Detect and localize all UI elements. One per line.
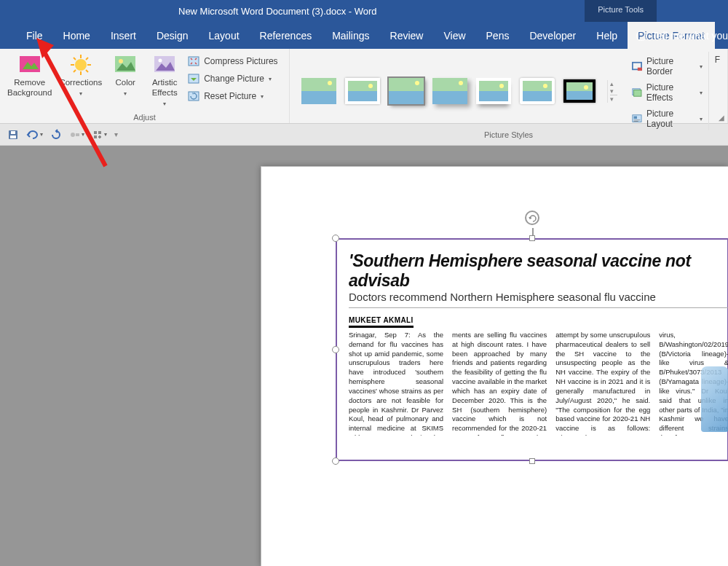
color-icon <box>114 53 137 76</box>
artistic-effects-icon <box>153 53 176 76</box>
picture-effects-button[interactable]: Picture Effects ▾ <box>632 81 703 104</box>
selected-picture[interactable]: 'Southern Hemisphere seasonal vaccine no… <box>336 238 728 461</box>
svg-point-13 <box>159 59 162 63</box>
svg-rect-30 <box>98 131 101 134</box>
style-thumb-7[interactable] <box>563 79 596 103</box>
lightbulb-icon <box>636 31 646 41</box>
corrections-button[interactable]: Corrections▾ <box>56 52 105 113</box>
svg-rect-27 <box>11 131 15 134</box>
style-thumb-6[interactable] <box>520 78 555 104</box>
resize-handle-ml[interactable] <box>332 346 339 353</box>
document-title: New Microsoft Word Document (3).docx - W… <box>178 6 377 17</box>
article-col-1: Srinagar, Sep 7: As the demand for flu v… <box>349 331 443 436</box>
menu-file[interactable]: File <box>16 22 53 49</box>
picture-border-icon <box>632 60 642 72</box>
menu-layout[interactable]: Layout <box>199 22 250 49</box>
newspaper-clipping: 'Southern Hemisphere seasonal vaccine no… <box>349 251 728 436</box>
menu-review[interactable]: Review <box>380 22 434 49</box>
svg-line-9 <box>74 70 76 72</box>
svg-rect-29 <box>94 131 97 134</box>
picture-border-button[interactable]: Picture Border ▾ <box>632 55 703 78</box>
svg-rect-20 <box>634 90 641 97</box>
menu-view[interactable]: View <box>433 22 475 49</box>
style-thumb-1[interactable] <box>301 78 336 104</box>
save-button[interactable] <box>7 129 19 141</box>
picture-styles-gallery: ▴▾▾ <box>294 52 625 130</box>
picture-layout-button[interactable]: Picture Layout ▾ <box>632 107 703 130</box>
article-col-2: ments are selling flu vaccines at high d… <box>452 331 547 436</box>
svg-rect-26 <box>10 135 16 138</box>
picture-layout-icon <box>632 113 642 125</box>
redo-button[interactable] <box>50 129 62 141</box>
svg-line-8 <box>86 58 88 60</box>
article-subhead: Doctors recommend Northern Hemisphere se… <box>349 291 728 303</box>
compress-icon <box>188 55 199 67</box>
change-picture-icon <box>188 73 199 84</box>
resize-handle-tl[interactable] <box>332 235 339 242</box>
svg-rect-22 <box>634 117 637 119</box>
artistic-effects-button[interactable]: ArtisticEffects▾ <box>146 52 183 113</box>
svg-rect-14 <box>189 57 199 66</box>
article-col-3: attempt by some unscrupulous pharmaceuti… <box>555 331 650 436</box>
resize-handle-tm[interactable] <box>529 235 535 241</box>
color-button[interactable]: Color▾ <box>106 52 144 113</box>
menu-developer[interactable]: Developer <box>519 22 586 49</box>
reset-picture-icon <box>188 90 199 102</box>
menu-bar: File Home Insert Design Layout Reference… <box>0 22 728 49</box>
reset-picture-button[interactable]: Reset Picture ▾ <box>185 88 280 104</box>
style-thumb-4[interactable] <box>432 78 467 104</box>
style-thumb-3[interactable] <box>389 78 424 104</box>
svg-line-6 <box>74 58 76 60</box>
tell-me-label: Tell me what you <box>652 30 728 42</box>
qat-item-5[interactable]: ▾ <box>92 129 107 141</box>
svg-point-11 <box>119 59 123 63</box>
article-headline: 'Southern Hemisphere seasonal vaccine no… <box>349 251 728 291</box>
title-bar: New Microsoft Word Document (3).docx - W… <box>0 0 728 22</box>
svg-line-7 <box>86 70 88 72</box>
menu-home[interactable]: Home <box>53 22 100 49</box>
menu-mailings[interactable]: Mailings <box>322 22 379 49</box>
resize-handle-bl[interactable] <box>332 457 339 465</box>
remove-background-button[interactable]: RemoveBackground <box>4 52 55 113</box>
svg-rect-18 <box>638 68 642 71</box>
svg-point-28 <box>71 133 75 137</box>
change-picture-button[interactable]: Change Picture ▾ <box>185 71 280 87</box>
menu-design[interactable]: Design <box>146 22 199 49</box>
remove-background-icon <box>18 53 41 76</box>
ribbon-group-picture-styles: ▴▾▾ Picture Border ▾ Picture Effects ▾ P… <box>290 49 728 123</box>
ribbon-group-adjust: RemoveBackground Corrections▾ Color▾ Art… <box>0 49 290 123</box>
svg-rect-0 <box>20 56 40 72</box>
picture-effects-icon <box>632 87 642 98</box>
group-label-adjust: Adjust <box>4 113 285 123</box>
contextual-tab-picture-tools[interactable]: Picture Tools <box>585 0 657 22</box>
vaccine-vial-image <box>701 366 728 432</box>
resize-handle-bm[interactable] <box>529 458 535 464</box>
article-author: MUKEET AKMALI <box>349 316 414 328</box>
menu-pens[interactable]: Pens <box>476 22 520 49</box>
style-thumb-2[interactable] <box>345 78 380 104</box>
qat-customize[interactable]: ▾ <box>114 130 118 138</box>
qat-item-4[interactable]: ▾ <box>69 129 84 141</box>
tell-me-search[interactable]: Tell me what you <box>636 30 728 42</box>
menu-references[interactable]: References <box>250 22 323 49</box>
ribbon: RemoveBackground Corrections▾ Color▾ Art… <box>0 49 728 124</box>
style-thumb-5[interactable] <box>476 78 511 104</box>
rotation-handle[interactable] <box>525 211 539 225</box>
undo-button[interactable]: ▾ <box>26 129 43 141</box>
menu-insert[interactable]: Insert <box>100 22 146 49</box>
group-label-picture-styles: Picture Styles <box>294 130 723 141</box>
svg-point-1 <box>75 59 87 71</box>
svg-rect-31 <box>94 135 97 138</box>
gallery-expand-button[interactable]: ▴▾▾ <box>607 80 617 103</box>
document-area[interactable]: 'Southern Hemisphere seasonal vaccine no… <box>0 146 728 566</box>
menu-help[interactable]: Help <box>586 22 628 49</box>
picture-styles-dialog-launcher[interactable]: ◢ <box>719 114 724 122</box>
corrections-icon <box>69 53 92 76</box>
compress-pictures-button[interactable]: Compress Pictures <box>185 53 280 69</box>
